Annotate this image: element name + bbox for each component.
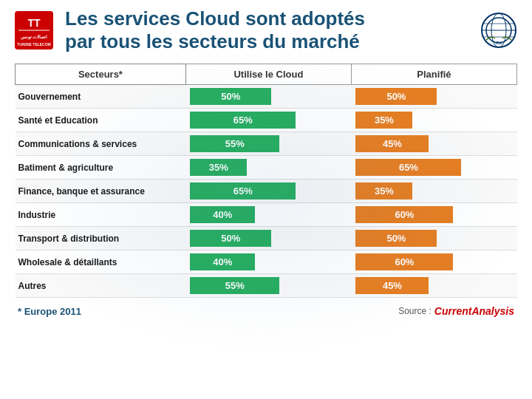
sector-cell: Gouvernement	[16, 85, 186, 109]
table-row: Wholesale & détaillants40%60%	[16, 250, 517, 274]
utilise-bar: 35%	[190, 159, 247, 176]
planifie-bar: 50%	[355, 88, 437, 105]
col-header-utilise: Utilise le Cloud	[185, 64, 351, 85]
utilise-bar: 50%	[190, 230, 271, 247]
table-header-row: Secteurs* Utilise le Cloud Planifié	[16, 64, 517, 85]
utilise-cell: 50%	[185, 85, 351, 109]
planifie-cell: 65%	[351, 156, 516, 180]
table-row: Finance, banque et assurance65%35%	[16, 180, 517, 203]
planifie-cell: 50%	[351, 227, 516, 250]
utilise-bar: 55%	[190, 277, 279, 294]
header-title: Les services Cloud sont adoptés par tous…	[53, 7, 480, 53]
svg-text:ITU: ITU	[496, 41, 502, 45]
sector-cell: Wholesale & détaillants	[16, 250, 186, 274]
utilise-bar: 40%	[190, 253, 255, 270]
planifie-bar: 50%	[355, 230, 437, 247]
utilise-bar: 50%	[190, 88, 271, 105]
sector-cell: Santé et Education	[16, 109, 186, 132]
planifie-cell: 45%	[351, 274, 516, 298]
footer-source: Source : CurrentAnalysis	[398, 305, 514, 317]
sector-cell: Industrie	[16, 203, 186, 227]
planifie-bar: 35%	[355, 112, 412, 129]
svg-text:TT: TT	[27, 17, 41, 29]
utilise-cell: 35%	[185, 156, 351, 180]
table-body: Gouvernement50%50%Santé et Education65%3…	[16, 85, 517, 298]
planifie-cell: 35%	[351, 109, 516, 132]
utilise-cell: 50%	[185, 227, 351, 250]
planifie-cell: 60%	[351, 250, 516, 274]
table-container: Secteurs* Utilise le Cloud Planifié Gouv…	[15, 64, 517, 298]
planifie-cell: 45%	[351, 132, 516, 156]
table-row: Batiment & agriculture35%65%	[16, 156, 517, 180]
table-row: Santé et Education65%35%	[16, 109, 517, 132]
planifie-cell: 60%	[351, 203, 516, 227]
utilise-cell: 65%	[185, 180, 351, 203]
col-header-planifie: Planifié	[351, 64, 516, 85]
planifie-bar: 65%	[355, 159, 461, 176]
sectors-table: Secteurs* Utilise le Cloud Planifié Gouv…	[15, 64, 517, 298]
table-row: Gouvernement50%50%	[16, 85, 517, 109]
svg-text:TUNISIE TELECOM: TUNISIE TELECOM	[17, 42, 51, 47]
planifie-bar: 60%	[355, 253, 453, 270]
planifie-bar: 35%	[355, 183, 412, 200]
logo-tt: TT اتصالات تونس TUNISIE TELECOM	[15, 11, 53, 50]
utilise-cell: 55%	[185, 132, 351, 156]
planifie-bar: 45%	[355, 135, 429, 152]
utilise-cell: 40%	[185, 250, 351, 274]
itu-logo-svg: ITU	[480, 12, 517, 49]
sector-cell: Autres	[16, 274, 186, 298]
utilise-bar: 65%	[190, 112, 296, 129]
table-row: Transport & distribution50%50%	[16, 227, 517, 250]
sector-cell: Finance, banque et assurance	[16, 180, 186, 203]
utilise-cell: 65%	[185, 109, 351, 132]
tt-logo-svg: TT اتصالات تونس TUNISIE TELECOM	[16, 12, 52, 49]
table-row: Communications & services55%45%	[16, 132, 517, 156]
planifie-cell: 50%	[351, 85, 516, 109]
table-row: Industrie40%60%	[16, 203, 517, 227]
logos-left: TT اتصالات تونس TUNISIE TELECOM	[15, 11, 53, 50]
utilise-bar: 65%	[190, 183, 296, 200]
sector-cell: Transport & distribution	[16, 227, 186, 250]
logo-itu: ITU	[480, 12, 517, 49]
table-row: Autres55%45%	[16, 274, 517, 298]
utilise-cell: 40%	[185, 203, 351, 227]
page-container: TT اتصالات تونس TUNISIE TELECOM Les serv…	[0, 0, 532, 399]
utilise-bar: 55%	[190, 135, 279, 152]
planifie-bar: 45%	[355, 277, 429, 294]
page-title: Les services Cloud sont adoptés par tous…	[65, 7, 468, 53]
sector-cell: Communications & services	[16, 132, 186, 156]
svg-text:اتصالات تونس: اتصالات تونس	[21, 35, 48, 40]
planifie-bar: 60%	[355, 206, 453, 223]
svg-rect-2	[18, 30, 50, 31]
footer: * Europe 2011 Source : CurrentAnalysis	[15, 305, 517, 317]
utilise-cell: 55%	[185, 274, 351, 298]
planifie-cell: 35%	[351, 180, 516, 203]
col-header-sector: Secteurs*	[16, 64, 186, 85]
footer-note: * Europe 2011	[18, 306, 81, 317]
source-label: Source :	[398, 306, 432, 316]
header: TT اتصالات تونس TUNISIE TELECOM Les serv…	[15, 7, 517, 53]
sector-cell: Batiment & agriculture	[16, 156, 186, 180]
source-brand: CurrentAnalysis	[434, 305, 514, 317]
utilise-bar: 40%	[190, 206, 255, 223]
